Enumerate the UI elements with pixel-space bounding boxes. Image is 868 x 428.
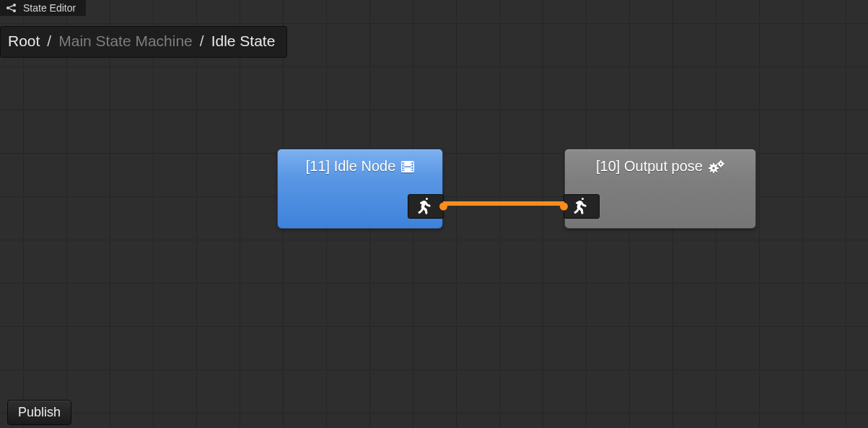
svg-rect-31: [723, 163, 724, 165]
svg-rect-14: [412, 170, 413, 171]
svg-rect-12: [412, 165, 413, 166]
film-icon: [401, 161, 414, 172]
output-connector-dot[interactable]: [439, 203, 447, 211]
breadcrumb-sep: /: [200, 32, 204, 50]
svg-point-32: [720, 162, 722, 165]
editor-tab-title: State Editor: [23, 2, 76, 14]
breadcrumb-idle-state[interactable]: Idle State: [211, 32, 276, 50]
node-idle[interactable]: [11] Idle Node: [277, 149, 443, 229]
gears-icon: [709, 160, 724, 173]
svg-rect-29: [720, 165, 722, 167]
node-output-title: [10] Output pose: [596, 158, 703, 175]
svg-rect-28: [720, 160, 722, 162]
publish-button[interactable]: Publish: [7, 400, 71, 425]
node-idle-output-port[interactable]: [408, 194, 444, 219]
svg-line-4: [9, 9, 14, 11]
svg-rect-30: [717, 163, 719, 165]
share-nodes-icon: [6, 3, 17, 13]
node-idle-title-row: [11] Idle Node: [278, 158, 442, 175]
node-output-input-port[interactable]: [564, 194, 600, 219]
breadcrumb-sep: /: [47, 32, 51, 50]
editor-tab[interactable]: State Editor: [0, 0, 86, 16]
node-output-pose[interactable]: [10] Output pose: [564, 149, 756, 229]
breadcrumb-main-state-machine[interactable]: Main State Machine: [58, 32, 193, 50]
breadcrumb: Root / Main State Machine / Idle State: [0, 26, 287, 58]
svg-rect-11: [412, 162, 413, 164]
input-connector-dot[interactable]: [560, 203, 568, 211]
svg-rect-16: [405, 167, 411, 170]
graph-canvas[interactable]: State Editor Root / Main State Machine /…: [0, 0, 868, 428]
svg-rect-19: [713, 171, 714, 173]
svg-rect-15: [405, 162, 411, 166]
svg-rect-9: [403, 167, 404, 168]
svg-rect-10: [403, 170, 404, 171]
svg-point-26: [712, 167, 715, 170]
svg-rect-21: [716, 167, 719, 169]
svg-rect-18: [713, 163, 714, 165]
svg-point-2: [13, 9, 16, 12]
node-idle-title: [11] Idle Node: [306, 158, 396, 175]
svg-rect-13: [412, 167, 413, 168]
svg-point-1: [13, 4, 16, 6]
running-man-icon: [574, 198, 589, 215]
svg-line-3: [9, 6, 14, 8]
svg-rect-7: [403, 162, 404, 164]
svg-rect-8: [403, 165, 404, 166]
breadcrumb-root[interactable]: Root: [8, 32, 40, 50]
node-output-title-row: [10] Output pose: [565, 158, 755, 175]
running-man-icon: [418, 198, 434, 215]
svg-rect-20: [709, 167, 711, 169]
node-connection[interactable]: [443, 201, 564, 206]
